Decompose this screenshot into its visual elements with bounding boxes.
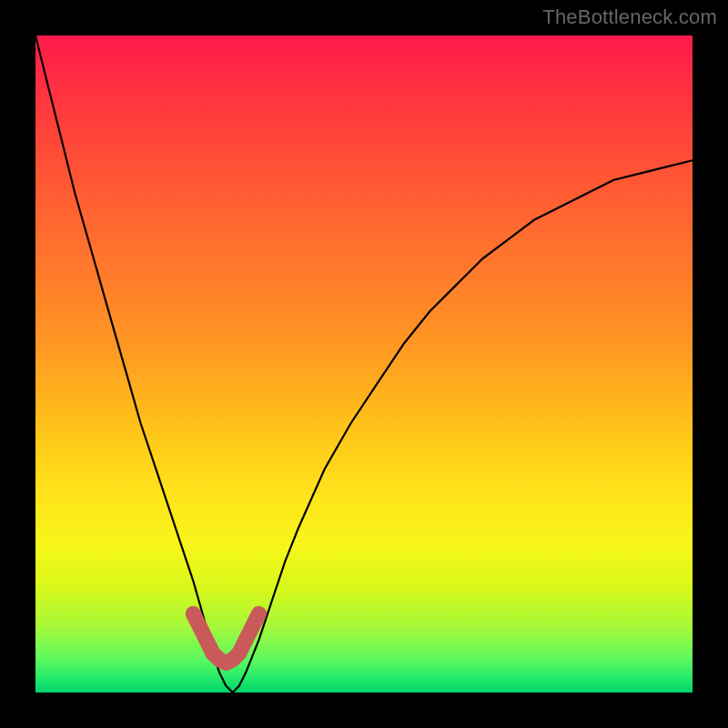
chart-frame: TheBottleneck.com	[0, 0, 728, 728]
plot-area	[35, 35, 693, 693]
watermark-text: TheBottleneck.com	[542, 5, 717, 29]
curve-layer	[35, 35, 693, 693]
highlight-curve	[193, 613, 258, 662]
main-curve	[35, 35, 693, 693]
